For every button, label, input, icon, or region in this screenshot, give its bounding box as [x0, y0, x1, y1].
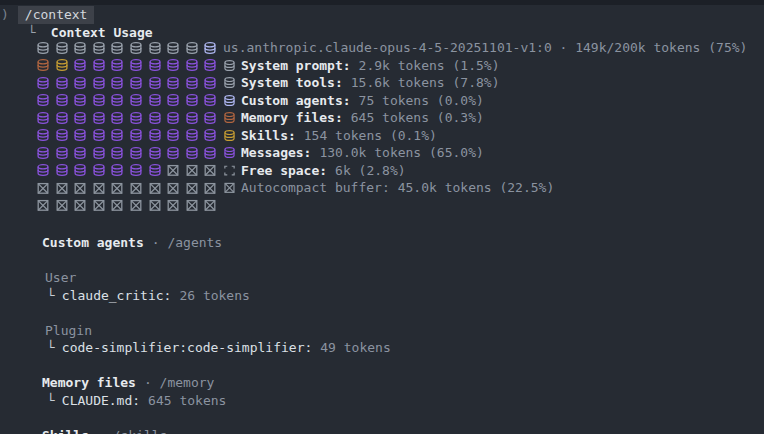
token-cell: [55, 146, 74, 160]
token-cell: [92, 76, 111, 90]
token-cell: [203, 181, 222, 195]
token-cell: [166, 76, 185, 90]
section-path: · /agents: [152, 235, 222, 250]
box-x-icon: [129, 181, 143, 195]
token-cell: [166, 111, 185, 125]
token-cell: [36, 163, 55, 177]
section-title: Custom agents: [42, 235, 144, 250]
token-cell: [55, 163, 74, 177]
cylinder-icon: [166, 111, 180, 125]
token-cell: [203, 198, 222, 212]
legend-item: Custom agents:75 tokens (0.0%): [223, 92, 747, 110]
cylinder-icon: [223, 111, 236, 124]
token-cell: [129, 163, 148, 177]
tree-item: └claude_critic:26 tokens: [42, 287, 391, 305]
token-cell: [55, 128, 74, 142]
legend-value: 6k (2.8%): [335, 163, 405, 178]
grid-row: [36, 144, 223, 162]
model-info-line: us.anthropic.claude-opus-4-5-20251101-v1…: [223, 39, 747, 57]
box-x-icon: [36, 181, 50, 195]
cylinder-icon: [185, 128, 199, 142]
terminal-screen: ) /context └ Context Usage us.anthropic.…: [0, 0, 764, 434]
token-cell: [129, 128, 148, 142]
token-cell: [129, 58, 148, 72]
token-cell: [129, 76, 148, 90]
token-cell: [92, 146, 111, 160]
group-label-line: User: [42, 269, 391, 287]
token-cell: [148, 76, 167, 90]
grid-row: [36, 39, 223, 57]
box-x-icon: [166, 163, 180, 177]
box-x-icon: [110, 198, 124, 212]
cylinder-icon: [92, 93, 106, 107]
token-cell: [55, 41, 74, 55]
token-cell: [166, 41, 185, 55]
grid-row: [36, 92, 223, 110]
cylinder-icon: [203, 41, 217, 55]
token-cell: [36, 128, 55, 142]
token-cell: [110, 128, 129, 142]
token-cell: [185, 41, 204, 55]
section-title: Skills: [42, 428, 89, 434]
token-cell: [185, 111, 204, 125]
token-cell: [148, 41, 167, 55]
token-cell: [148, 111, 167, 125]
cylinder-icon: [110, 58, 124, 72]
token-cell: [185, 163, 204, 177]
cylinder-icon: [129, 163, 143, 177]
cylinder-icon: [185, 93, 199, 107]
section-path: · /memory: [144, 375, 214, 390]
item-value: 49 tokens: [320, 340, 390, 355]
legend-item: Free space:6k (2.8%): [223, 162, 747, 180]
token-cell: [92, 58, 111, 72]
box-x-icon: [110, 181, 124, 195]
token-cell: [148, 163, 167, 177]
detail-sections: Custom agents· /agentsUser└claude_critic…: [42, 234, 391, 434]
usage-legend: us.anthropic.claude-opus-4-5-20251101-v1…: [223, 39, 747, 214]
cylinder-icon: [92, 111, 106, 125]
token-cell: [203, 128, 222, 142]
token-cell: [36, 146, 55, 160]
section-header: Custom agents· /agents: [42, 234, 391, 252]
token-cell: [185, 93, 204, 107]
cylinder-icon: [223, 76, 236, 89]
cylinder-icon: [36, 76, 50, 90]
token-cell: [73, 128, 92, 142]
cylinder-icon: [166, 41, 180, 55]
cylinder-icon: [110, 163, 124, 177]
cylinder-icon: [185, 58, 199, 72]
cylinder-icon: [129, 128, 143, 142]
token-cell: [55, 198, 74, 212]
token-cell: [166, 181, 185, 195]
token-cell: [92, 163, 111, 177]
cylinder-icon: [92, 76, 106, 90]
cylinder-icon: [129, 58, 143, 72]
branch-glyph: └: [47, 288, 55, 303]
token-cell: [129, 181, 148, 195]
cylinder-icon: [203, 146, 217, 160]
cylinder-icon: [55, 146, 69, 160]
legend-value: 645 tokens (0.3%): [351, 110, 484, 125]
cylinder-icon: [110, 128, 124, 142]
cylinder-icon: [110, 93, 124, 107]
cylinder-icon: [203, 58, 217, 72]
branch-glyph: └: [47, 340, 55, 355]
token-cell: [92, 198, 111, 212]
blank-line: [42, 409, 391, 427]
cylinder-icon: [203, 128, 217, 142]
cylinder-icon: [203, 111, 217, 125]
cylinder-icon: [110, 111, 124, 125]
cylinder-icon: [55, 128, 69, 142]
legend-label: Autocompact buffer:: [241, 180, 390, 195]
token-cell: [73, 58, 92, 72]
legend-item: Messages:130.0k tokens (65.0%): [223, 144, 747, 162]
token-cell: [129, 111, 148, 125]
token-cell: [73, 146, 92, 160]
tree-item: └CLAUDE.md:645 tokens: [42, 392, 391, 410]
token-cell: [148, 58, 167, 72]
token-cell: [148, 198, 167, 212]
token-cell: [110, 146, 129, 160]
token-cell: [203, 163, 222, 177]
cylinder-icon: [110, 41, 124, 55]
cylinder-icon: [36, 58, 50, 72]
